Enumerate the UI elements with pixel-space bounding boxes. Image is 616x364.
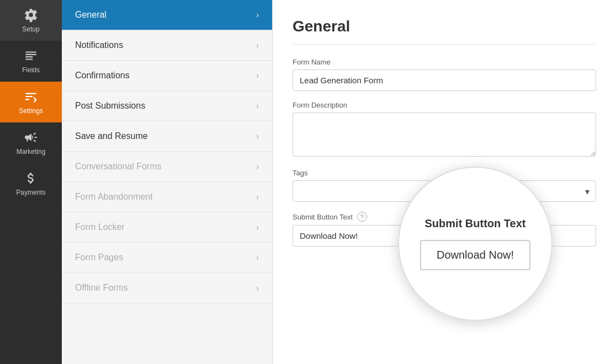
title-divider <box>293 44 596 45</box>
sidebar-item-form-pages[interactable]: Form Pages › <box>62 243 272 273</box>
sidebar-item-form-pages-label: Form Pages <box>75 253 123 263</box>
nav-item-payments[interactable]: Payments <box>0 163 62 204</box>
nav-item-fields-label: Fields <box>22 66 40 74</box>
payments-icon <box>24 171 38 185</box>
main-panel: General Form Name Form Description Tags … <box>273 0 616 364</box>
magnifier-submit-label: Submit Button Text <box>425 217 526 230</box>
form-name-label: Form Name <box>293 58 596 66</box>
nav-item-settings[interactable]: Settings <box>0 82 62 122</box>
sidebar-menu: General › Notifications › Confirmations … <box>62 0 273 364</box>
help-icon[interactable]: ? <box>357 212 367 222</box>
page-title: General <box>293 18 596 35</box>
marketing-icon <box>24 130 38 144</box>
sidebar-item-general[interactable]: General › <box>62 0 272 30</box>
sidebar-item-form-locker-label: Form Locker <box>75 222 125 232</box>
nav-item-fields[interactable]: Fields <box>0 41 62 82</box>
chevron-right-icon: › <box>256 253 259 262</box>
nav-item-setup-label: Setup <box>22 25 39 33</box>
nav-item-marketing-label: Marketing <box>17 148 46 156</box>
form-name-input[interactable] <box>293 69 596 91</box>
chevron-right-icon: › <box>256 162 259 171</box>
chevron-right-icon: › <box>256 10 259 19</box>
sidebar-item-general-label: General <box>75 10 107 20</box>
form-description-input[interactable] <box>293 113 596 157</box>
sidebar-item-notifications-label: Notifications <box>75 40 123 50</box>
chevron-right-icon: › <box>256 101 259 110</box>
icon-nav: Setup Fields Settings Marketing Payments <box>0 0 62 364</box>
nav-item-payments-label: Payments <box>16 189 45 196</box>
form-description-label: Form Description <box>293 101 596 109</box>
chevron-right-icon: › <box>256 283 259 292</box>
sidebar-item-save-and-resume-label: Save and Resume <box>75 131 148 141</box>
chevron-right-icon: › <box>256 132 259 141</box>
gear-icon <box>24 8 38 22</box>
sidebar-item-post-submissions[interactable]: Post Submissions › <box>62 91 272 121</box>
sidebar-item-conversational-forms[interactable]: Conversational Forms › <box>62 152 272 182</box>
nav-item-marketing[interactable]: Marketing <box>0 122 62 163</box>
magnifier-download-button[interactable]: Download Now! <box>420 240 530 270</box>
sidebar-item-offline-forms[interactable]: Offline Forms › <box>62 273 272 303</box>
sidebar-item-save-and-resume[interactable]: Save and Resume › <box>62 121 272 152</box>
nav-item-setup[interactable]: Setup <box>0 0 62 41</box>
submit-button-text-label: Submit Button Text <box>293 213 353 221</box>
sidebar-item-post-submissions-label: Post Submissions <box>75 101 145 111</box>
sidebar-item-form-abandonment[interactable]: Form Abandonment › <box>62 182 272 212</box>
chevron-right-icon: › <box>256 71 259 80</box>
settings-icon <box>24 89 38 104</box>
sidebar-item-conversational-forms-label: Conversational Forms <box>75 162 162 172</box>
magnifier-overlay: Submit Button Text Download Now! <box>398 167 553 321</box>
sidebar-item-form-locker[interactable]: Form Locker › <box>62 212 272 243</box>
chevron-right-icon: › <box>256 192 259 201</box>
sidebar-item-confirmations[interactable]: Confirmations › <box>62 61 272 91</box>
sidebar-item-form-abandonment-label: Form Abandonment <box>75 192 153 202</box>
nav-item-settings-label: Settings <box>19 107 43 115</box>
chevron-right-icon: › <box>256 41 259 50</box>
sidebar-item-confirmations-label: Confirmations <box>75 71 130 81</box>
sidebar-item-offline-forms-label: Offline Forms <box>75 283 128 293</box>
chevron-right-icon: › <box>256 223 259 232</box>
fields-icon <box>24 49 38 63</box>
sidebar-item-notifications[interactable]: Notifications › <box>62 30 272 61</box>
